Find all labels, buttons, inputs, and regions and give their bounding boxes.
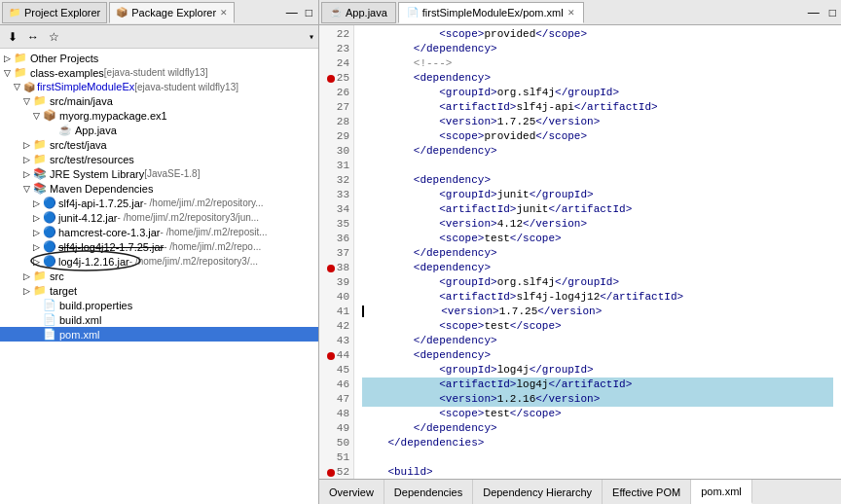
tree-item-maven-deps[interactable]: ▽ 📚 Maven Dependencies (0, 181, 318, 196)
code-area[interactable]: <scope>provided</scope> </dependency> <!… (354, 25, 841, 479)
editor-minimize-btn[interactable]: — (805, 6, 823, 19)
bottom-tab-effective-pom[interactable]: Effective POM (603, 480, 691, 504)
view-menu-btn[interactable]: ▾ (309, 31, 314, 43)
tree-item-other-projects[interactable]: ▷ 📁 Other Projects (0, 51, 318, 65)
arrow-slf4j-api[interactable]: ▷ (33, 198, 43, 208)
icon-src-main-java: 📁 (33, 94, 47, 107)
code-line-26: <groupId>org.slf4j</groupId> (362, 86, 833, 100)
icon-target: 📁 (33, 284, 47, 297)
maximize-btn[interactable]: □ (302, 4, 316, 21)
tree-item-src-test-java[interactable]: ▷ 📁 src/test/java (0, 137, 318, 152)
code-line-42: <scope>test</scope> (362, 319, 833, 334)
editor-maximize-btn[interactable]: □ (826, 6, 839, 19)
bottom-tab-overview[interactable]: Overview (319, 480, 384, 504)
tree-item-build-properties[interactable]: 📄 build.properties (0, 298, 318, 312)
tree-item-src-main-java[interactable]: ▽ 📁 src/main/java (0, 93, 318, 108)
tree-item-build-xml[interactable]: 📄 build.xml (0, 312, 318, 327)
line-num-30: 30 (323, 144, 349, 159)
arrow-src[interactable]: ▷ (23, 271, 33, 281)
code-line-47: <version>1.2.16</version> (362, 392, 833, 407)
arrow-target[interactable]: ▷ (23, 286, 33, 296)
line-num-40: 40 (323, 290, 349, 305)
link-editor-btn[interactable]: ↔ (23, 28, 43, 46)
line-num-41: 41 (323, 305, 349, 319)
arrow-src-main-java[interactable]: ▽ (23, 96, 33, 106)
icon-myorg: 📦 (43, 109, 56, 122)
tree-item-junit[interactable]: ▷ 🔵 junit-4.12.jar - /home/jim/.m2/repos… (0, 210, 318, 225)
breakpoint-25 (327, 75, 335, 83)
label-jre: JRE System Library (50, 168, 144, 180)
label-firstsimplemoduleex: firstSimpleModuleEx (37, 81, 134, 92)
arrow-jre[interactable]: ▷ (23, 169, 33, 179)
tree-item-app-java[interactable]: ☕ App.java (0, 123, 318, 137)
tab-pom-xml[interactable]: 📄 firstSimpleModuleEx/pom.xml ✕ (398, 2, 584, 23)
arrow-myorg[interactable]: ▽ (33, 111, 43, 121)
label-slf4j-log4j12-path: - /home/jim/.m2/repo... (164, 241, 261, 252)
pom-xml-tab-close[interactable]: ✕ (567, 8, 575, 18)
line-num-25: 25 (323, 71, 349, 86)
line-num-34: 34 (323, 202, 349, 217)
arrow-hamcrest[interactable]: ▷ (33, 228, 43, 237)
label-hamcrest: hamcrest-core-1.3.jar (58, 227, 161, 238)
code-line-32: <dependency> (362, 173, 833, 188)
tree-item-hamcrest[interactable]: ▷ 🔵 hamcrest-core-1.3.jar - /home/jim/.m… (0, 225, 318, 239)
left-toolbar: ⬇ ↔ ☆ ▾ (0, 25, 318, 49)
text-cursor (362, 306, 364, 317)
tab-app-java[interactable]: ☕ App.java (321, 2, 396, 23)
code-line-40: <artifactId>slf4j-log4j12</artifactId> (362, 290, 833, 305)
tree-item-class-examples[interactable]: ▽ 📁 class-examples [ejava-student wildfl… (0, 65, 318, 80)
arrow-firstsimplemoduleex[interactable]: ▽ (14, 82, 23, 91)
bottom-tab-pom-xml[interactable]: pom.xml (691, 480, 752, 504)
tab-project-explorer-label: Project Explorer (24, 7, 100, 18)
label-app-java: App.java (75, 125, 117, 136)
tree-item-target[interactable]: ▷ 📁 target (0, 283, 318, 298)
label-log4j-path: - /home/jim/.m2/repository3/... (129, 256, 258, 267)
icon-src-test-java: 📁 (33, 138, 47, 151)
arrow-log4j[interactable]: ▷ (33, 257, 43, 267)
label-src-main-java: src/main/java (50, 95, 113, 107)
code-line-44: <dependency> (362, 348, 833, 363)
icon-app-java: ☕ (58, 124, 72, 136)
arrow-junit[interactable]: ▷ (33, 213, 43, 223)
tree-item-log4j[interactable]: ▷ 🔵 log4j-1.2.16.jar - /home/jim/.m2/rep… (0, 254, 318, 269)
tree-item-src[interactable]: ▷ 📁 src (0, 269, 318, 283)
tab-package-explorer[interactable]: 📦 Package Explorer ✕ (109, 2, 235, 23)
bottom-tab-dependency-hierarchy[interactable]: Dependency Hierarchy (473, 480, 603, 504)
tree-item-slf4j-api[interactable]: ▷ 🔵 slf4j-api-1.7.25.jar - /home/jim/.m2… (0, 196, 318, 210)
arrow-slf4j-log4j12[interactable]: ▷ (33, 242, 43, 252)
line-num-37: 37 (323, 246, 349, 261)
breakpoint-38 (327, 265, 335, 272)
tab-project-explorer[interactable]: 📁 Project Explorer (2, 2, 107, 23)
code-line-50: </dependencies> (362, 436, 833, 450)
code-line-52: <build> (362, 465, 833, 479)
new-btn[interactable]: ☆ (45, 28, 63, 46)
arrow-maven-deps[interactable]: ▽ (23, 184, 33, 194)
minimize-btn[interactable]: — (282, 4, 302, 21)
code-line-33: <groupId>junit</groupId> (362, 188, 833, 202)
arrow-src-test-resources[interactable]: ▷ (23, 155, 33, 164)
line-num-36: 36 (323, 232, 349, 246)
line-num-52: 52 (323, 465, 349, 479)
label-firstsimplemoduleex-suffix: [ejava-student wildfly13] (134, 82, 238, 92)
arrow-other-projects[interactable]: ▷ (4, 54, 14, 63)
arrow-class-examples[interactable]: ▽ (4, 68, 14, 78)
code-line-39: <groupId>org.slf4j</groupId> (362, 275, 833, 290)
tree-item-jre[interactable]: ▷ 📚 JRE System Library [JavaSE-1.8] (0, 166, 318, 181)
tree-item-firstsimplemoduleex[interactable]: ▽ 📦 firstSimpleModuleEx [ejava-student w… (0, 80, 318, 93)
arrow-src-test-java[interactable]: ▷ (23, 140, 33, 150)
line-num-32: 32 (323, 173, 349, 188)
tree-item-myorg[interactable]: ▽ 📦 myorg.mypackage.ex1 (0, 108, 318, 123)
tree-item-pom-xml[interactable]: 📄 pom.xml (0, 327, 318, 342)
collapse-all-btn[interactable]: ⬇ (4, 28, 21, 46)
code-line-23: </dependency> (362, 42, 833, 56)
tree-item-slf4j-log4j12[interactable]: ▷ 🔵 slf4j-log4j12-1.7.25.jar - /home/jim… (0, 239, 318, 254)
code-line-48: <scope>test</scope> (362, 407, 833, 421)
icon-jre: 📚 (33, 167, 47, 180)
icon-other-projects: 📁 (14, 52, 27, 64)
line-num-47: 47 (323, 392, 349, 407)
tab-package-explorer-close[interactable]: ✕ (220, 8, 228, 18)
bottom-tab-dependencies[interactable]: Dependencies (384, 480, 473, 504)
tree-item-src-test-resources[interactable]: ▷ 📁 src/test/resources (0, 152, 318, 166)
breakpoint-44 (327, 352, 335, 360)
code-line-36: <scope>test</scope> (362, 232, 833, 246)
